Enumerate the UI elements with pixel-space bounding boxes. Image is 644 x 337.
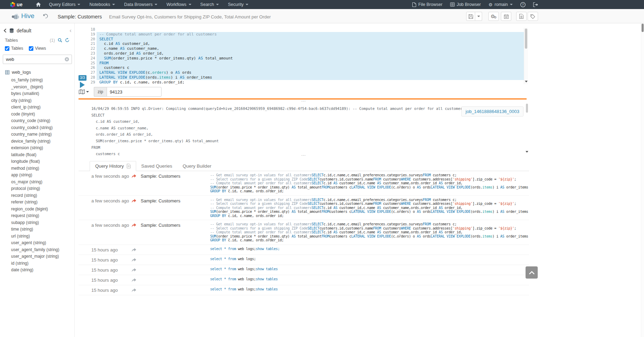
database-name[interactable]: default — [17, 28, 31, 33]
column-item[interactable]: bytes (smallint) — [11, 90, 74, 97]
editor-line[interactable]: 19-- Compute total amount per order for … — [88, 32, 524, 37]
menu-security[interactable]: Security — [223, 0, 253, 9]
tab-query-history[interactable]: Query History — [90, 161, 136, 171]
page-scrollbar-thumb[interactable] — [642, 24, 644, 32]
history-query-name[interactable] — [141, 277, 210, 278]
collapse-assist-button[interactable]: ‹ — [69, 27, 72, 33]
editor-line[interactable]: 20SELECT — [88, 37, 524, 42]
column-item[interactable]: method (string) — [11, 165, 74, 172]
history-row[interactable]: 15 hours agoselect * from web_logs; — [79, 255, 529, 265]
log-scrollbar-thumb[interactable] — [526, 104, 528, 113]
views-checkbox[interactable] — [29, 46, 33, 51]
history-query-name[interactable] — [141, 257, 210, 257]
resize-handle-bottom[interactable]: ⋯ — [301, 154, 306, 157]
column-item[interactable]: country_code (string) — [11, 118, 74, 125]
menu-notebooks[interactable]: Notebooks — [85, 0, 119, 9]
home-button[interactable] — [36, 2, 41, 7]
variable-input[interactable] — [107, 87, 162, 97]
column-item[interactable]: record (string) — [11, 192, 74, 199]
history-row[interactable]: a few seconds agoSample: Customers-- Get… — [79, 196, 529, 220]
column-item[interactable]: time (string) — [11, 226, 74, 233]
table-search-input[interactable] — [3, 55, 72, 64]
column-item[interactable]: referer (string) — [11, 199, 74, 206]
scroll-down-arrow-icon[interactable] — [525, 81, 528, 82]
history-query-name[interactable]: Sample: Customers — [141, 222, 210, 228]
history-query-name[interactable]: Sample: Customers — [141, 173, 210, 179]
editor-scrollbar[interactable] — [524, 28, 528, 84]
save-dropdown-button[interactable] — [475, 12, 482, 21]
resize-handle-top[interactable]: ⋯ — [301, 100, 306, 103]
settings-button[interactable]: ⚙ ⚙ — [488, 12, 499, 21]
file-browser-button[interactable]: File Browser — [408, 0, 446, 9]
column-item[interactable]: device_family (string) — [11, 138, 74, 145]
column-item[interactable]: user_agent_major (string) — [11, 253, 74, 260]
history-row[interactable]: 15 hours agoselect * from web_logs;show … — [79, 245, 529, 255]
column-item[interactable]: region_code (bigint) — [11, 206, 74, 213]
editor-line[interactable]: 28LATERAL VIEW EXPLODE(ords.items) i AS … — [88, 75, 524, 80]
column-item[interactable]: app (string) — [11, 172, 74, 179]
log-scrollbar[interactable] — [525, 104, 529, 150]
refresh-tables-button[interactable] — [65, 38, 69, 42]
history-query-name[interactable] — [141, 247, 210, 247]
tags-button[interactable] — [528, 12, 538, 21]
code-editor[interactable]: 1819-- Compute total amount per order fo… — [88, 27, 524, 85]
column-item[interactable]: id (string) — [11, 260, 74, 267]
job-browser-button[interactable]: Job Browser — [446, 0, 485, 9]
save-button[interactable] — [466, 12, 475, 21]
menu-search[interactable]: Search — [196, 0, 224, 9]
column-item[interactable]: url (string) — [11, 233, 74, 240]
editor-line[interactable]: 24 SUM(order_items.price * order_items.q… — [88, 56, 524, 61]
column-item[interactable]: country_code3 (string) — [11, 125, 74, 131]
column-item[interactable]: request (string) — [11, 212, 74, 219]
column-item[interactable]: user_agent (string) — [11, 240, 74, 247]
column-item[interactable]: _version_ (bigint) — [11, 84, 74, 91]
history-row[interactable]: a few seconds agoSample: Customers-- Get… — [79, 220, 529, 245]
column-item[interactable]: city (string) — [11, 97, 74, 104]
editor-line[interactable]: 18 — [88, 27, 524, 32]
tables-checkbox[interactable] — [5, 46, 9, 51]
history-query-name[interactable] — [141, 267, 210, 267]
menu-workflows[interactable]: Workflows — [162, 0, 196, 9]
column-item[interactable]: longitude (float) — [11, 158, 74, 165]
menu-query-editors[interactable]: Query Editors — [44, 0, 85, 9]
editor-line[interactable]: 29GROUP BY c.id, c.name, ords.order_id; — [88, 80, 524, 85]
editor-line[interactable]: 26 customers c — [88, 65, 524, 70]
table-search-button[interactable] — [58, 38, 62, 42]
history-query-name[interactable]: Sample: Customers — [141, 198, 210, 203]
editor-line[interactable]: 25FROM — [88, 61, 524, 66]
editor-scrollbar-thumb[interactable] — [525, 29, 527, 49]
history-row[interactable]: 15 hours agoselect * from web_logs;show … — [79, 275, 529, 285]
hue-logo[interactable]: ue — [10, 0, 23, 9]
history-query-name[interactable] — [141, 287, 210, 288]
history-row[interactable]: 15 hours agoselect * from web_logs;show … — [79, 265, 529, 275]
user-menu[interactable]: ⚙ romain — [485, 0, 517, 9]
page-scrollbar[interactable] — [641, 23, 644, 337]
table-item-web-logs[interactable]: web_logs — [0, 66, 74, 75]
column-item[interactable]: subapp (string) — [11, 219, 74, 226]
menu-data-browsers[interactable]: Data Browsers — [119, 0, 162, 9]
column-item[interactable]: client_ip (string) — [11, 104, 74, 111]
column-item[interactable]: date (string) — [11, 267, 74, 274]
logout-button[interactable] — [529, 0, 542, 9]
back-button[interactable] — [3, 29, 7, 33]
schedule-button[interactable] — [501, 12, 511, 21]
clear-search-button[interactable] — [65, 57, 69, 62]
column-item[interactable]: latitude (float) — [11, 152, 74, 159]
column-item[interactable]: country_name (string) — [11, 131, 74, 138]
column-item[interactable]: code (tinyint) — [11, 111, 74, 118]
column-item[interactable]: user_agent_family (string) — [11, 247, 74, 254]
editor-line[interactable]: 23 ords.order_id AS order_id, — [88, 51, 524, 56]
scroll-down-arrow-icon[interactable] — [526, 151, 528, 153]
scroll-to-top-button[interactable] — [526, 266, 538, 279]
editor-line[interactable]: 27LATERAL VIEW EXPLODE(c.orders) o AS or… — [88, 70, 524, 75]
history-row[interactable]: 15 hours agoselect * from web_logs;show … — [79, 285, 529, 295]
new-query-button[interactable] — [516, 12, 527, 21]
tab-query-builder[interactable]: Query Builder — [177, 161, 217, 171]
column-item[interactable]: os_family (string) — [11, 77, 74, 84]
column-item[interactable]: extension (string) — [11, 145, 74, 152]
tab-saved-queries[interactable]: Saved Queries — [136, 161, 177, 171]
help-button[interactable]: ? — [517, 0, 529, 9]
recent-queries-button[interactable] — [43, 13, 48, 19]
tables-filter[interactable]: Tables — [5, 46, 23, 51]
variables-toggle[interactable] — [79, 89, 89, 94]
